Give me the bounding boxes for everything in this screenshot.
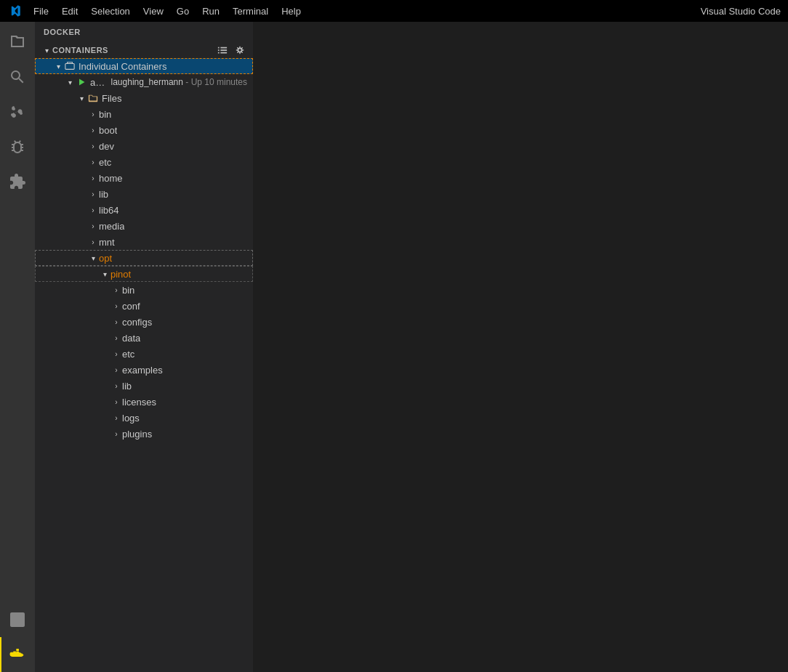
folder-mnt-label: mnt: [99, 237, 115, 248]
folder-boot[interactable]: boot: [35, 122, 253, 138]
folder-dev[interactable]: dev: [35, 138, 253, 154]
individual-containers-label: Individual Containers: [79, 61, 166, 72]
files-icon: [9, 33, 26, 51]
gear-icon: [235, 45, 245, 55]
menu-selection[interactable]: Selection: [85, 4, 135, 18]
menu-view[interactable]: View: [137, 4, 169, 18]
container-image: apachepinot/pinot:0.12.0: [90, 77, 105, 88]
folder-pinot[interactable]: pinot: [35, 266, 253, 282]
containers-icon: [64, 60, 76, 72]
folder-pinot-examples-label: examples: [122, 365, 163, 376]
content-area: [253, 22, 788, 672]
folder-pinot-logs-label: logs: [122, 413, 140, 424]
folder-pinot-licenses[interactable]: licenses: [35, 394, 253, 410]
menu-file[interactable]: File: [28, 4, 55, 18]
home-chevron: [87, 172, 99, 184]
activity-item-docker[interactable]: [0, 637, 35, 672]
folder-media-label: media: [99, 221, 124, 232]
folder-opt[interactable]: opt: [35, 250, 253, 266]
sidebar-section-header: DOCKER: [35, 22, 253, 42]
pinot-data-chevron: [110, 332, 122, 344]
extensions-icon: [9, 173, 26, 190]
folder-lib64-label: lib64: [99, 205, 118, 216]
pinot-logs-chevron: [110, 412, 122, 424]
folder-pinot-lib[interactable]: lib: [35, 378, 253, 394]
folder-pinot-plugins-label: plugins: [122, 429, 152, 440]
settings-button[interactable]: [233, 43, 247, 57]
running-icon: [76, 76, 87, 88]
pinot-conf-chevron: [110, 300, 122, 312]
folder-pinot-bin[interactable]: bin: [35, 282, 253, 298]
folder-pinot-logs[interactable]: logs: [35, 410, 253, 426]
folder-dev-label: dev: [99, 141, 114, 152]
folder-lib[interactable]: lib: [35, 186, 253, 202]
list-view-button[interactable]: [215, 43, 230, 57]
folder-pinot-etc-label: etc: [122, 349, 134, 360]
folder-home[interactable]: home: [35, 170, 253, 186]
folder-pinot-lib-label: lib: [122, 381, 132, 392]
folder-media[interactable]: media: [35, 218, 253, 234]
media-chevron: [87, 220, 99, 232]
list-icon: [217, 45, 228, 55]
search-icon: [9, 68, 26, 86]
pinot-chevron: [99, 268, 110, 280]
folder-pinot-plugins[interactable]: plugins: [35, 426, 253, 442]
menu-edit[interactable]: Edit: [56, 4, 84, 18]
menu-run[interactable]: Run: [196, 4, 225, 18]
pinot-lib-chevron: [110, 380, 122, 392]
containers-section[interactable]: CONTAINERS: [35, 42, 253, 58]
lib-chevron: [87, 188, 99, 200]
files-row[interactable]: Files: [35, 90, 253, 106]
folder-pinot-etc[interactable]: etc: [35, 346, 253, 362]
folder-bin-label: bin: [99, 109, 111, 120]
folder-mnt[interactable]: mnt: [35, 234, 253, 250]
container-chevron: [64, 76, 76, 88]
container-group-icon: [65, 61, 75, 71]
activity-item-search[interactable]: [0, 60, 35, 94]
individual-containers-chevron: [52, 60, 64, 72]
debug-icon: [9, 138, 26, 155]
folder-pinot-data[interactable]: data: [35, 330, 253, 346]
individual-containers-row[interactable]: Individual Containers: [35, 58, 253, 74]
folder-bin[interactable]: bin: [35, 106, 253, 122]
opt-chevron: [87, 252, 99, 264]
remote-icon: [9, 611, 26, 628]
container-row[interactable]: apachepinot/pinot:0.12.0 laughing_herman…: [35, 74, 253, 90]
activity-item-source-control[interactable]: [0, 94, 35, 129]
folder-lib64[interactable]: lib64: [35, 202, 253, 218]
sidebar-section-title: DOCKER: [44, 28, 81, 36]
titlebar-menu: File Edit Selection View Go Run Terminal…: [28, 4, 307, 18]
activity-item-remote[interactable]: [0, 602, 35, 637]
menu-help[interactable]: Help: [276, 4, 307, 18]
pinot-etc-chevron: [110, 348, 122, 360]
folder-boot-label: boot: [99, 125, 117, 136]
folder-open-icon: [88, 93, 98, 103]
lib64-chevron: [87, 204, 99, 216]
activity-item-debug[interactable]: [0, 129, 35, 164]
files-chevron: [76, 92, 87, 104]
containers-label: CONTAINERS: [52, 46, 108, 54]
folder-pinot-configs-label: configs: [122, 317, 152, 328]
bin-chevron: [87, 108, 99, 120]
activity-item-extensions[interactable]: [0, 164, 35, 199]
folder-pinot-examples[interactable]: examples: [35, 362, 253, 378]
source-control-icon: [9, 103, 26, 121]
menu-terminal[interactable]: Terminal: [227, 4, 274, 18]
mnt-chevron: [87, 236, 99, 248]
folder-pinot-conf[interactable]: conf: [35, 298, 253, 314]
svg-rect-6: [16, 649, 19, 651]
activity-item-explorer[interactable]: [0, 25, 35, 60]
folder-etc[interactable]: etc: [35, 154, 253, 170]
activity-bar: [0, 22, 35, 672]
folder-etc-label: etc: [99, 157, 111, 168]
folder-pinot-configs[interactable]: configs: [35, 314, 253, 330]
vscode-logo: [7, 4, 22, 18]
tree-container[interactable]: Individual Containers apachepinot/pinot:…: [35, 58, 253, 672]
menu-go[interactable]: Go: [171, 4, 195, 18]
app-title: Visual Studio Code: [701, 6, 781, 17]
files-label: Files: [102, 93, 121, 104]
titlebar: File Edit Selection View Go Run Terminal…: [0, 0, 788, 22]
sidebar: DOCKER CONTAINERS: [35, 22, 253, 672]
folder-pinot-label: pinot: [110, 269, 131, 280]
container-status: laughing_hermann - Up 10 minutes: [111, 77, 247, 87]
